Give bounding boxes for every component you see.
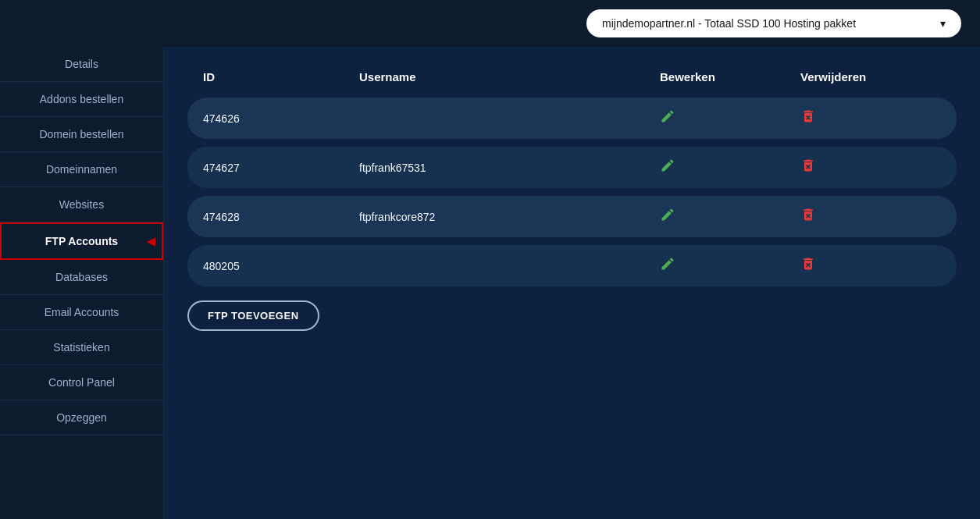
edit-icon[interactable] [660,256,675,275]
sidebar-item-label: Details [65,58,98,70]
table-row: 480205 [187,245,957,286]
edit-icon[interactable] [660,158,675,177]
table-header: ID Username Bewerken Verwijderen [187,62,957,91]
table-body: 474626 474627 ftpfrank67531 [187,98,957,286]
cell-edit [660,158,800,177]
add-button-container: FTP TOEVOEGEN [187,300,957,331]
cell-username: ftpfrank67531 [359,162,660,174]
col-header-id: ID [203,70,359,84]
sidebar-item-label: Domeinnamen [46,163,117,176]
delete-icon[interactable] [800,207,816,226]
sidebar-item-statistieken[interactable]: Statistieken [0,330,163,365]
sidebar-item-domeinnamen[interactable]: Domeinnamen [0,152,163,187]
sidebar-item-label: Control Panel [48,376,115,389]
cell-edit [660,108,800,128]
delete-icon[interactable] [800,158,816,177]
domain-selector[interactable]: mijndemopartner.nl - Totaal SSD 100 Host… [586,9,961,37]
sidebar-item-label: FTP Accounts [45,235,118,247]
table-row: 474627 ftpfrank67531 [187,147,957,188]
sidebar-item-label: Databases [55,271,108,283]
domain-selector-text: mijndemopartner.nl - Totaal SSD 100 Host… [602,17,856,30]
sidebar-item-label: Websites [59,198,104,211]
chevron-down-icon: ▾ [940,17,946,30]
cell-id: 480205 [203,260,359,272]
cell-edit [660,207,800,226]
col-header-delete: Verwijderen [800,70,941,84]
cell-delete [800,108,941,128]
delete-icon[interactable] [800,108,816,128]
sidebar-item-label: Addons bestellen [40,93,123,105]
sidebar-item-opzeggen[interactable]: Opzeggen [0,400,163,435]
cell-id: 474628 [203,211,359,223]
table-row: 474628 ftpfrankcore872 [187,196,957,237]
top-bar: mijndemopartner.nl - Totaal SSD 100 Host… [0,0,980,47]
add-ftp-button[interactable]: FTP TOEVOEGEN [187,300,319,331]
sidebar-item-domein-bestellen[interactable]: Domein bestellen [0,117,163,152]
col-header-edit: Bewerken [660,70,800,84]
cell-id: 474627 [203,162,359,174]
cell-delete [800,256,941,275]
main-layout: Details Addons bestellen Domein bestelle… [0,47,980,519]
cell-edit [660,256,800,275]
cell-id: 474626 [203,112,359,125]
cell-delete [800,158,941,177]
delete-icon[interactable] [800,256,816,275]
sidebar: Details Addons bestellen Domein bestelle… [0,47,164,519]
sidebar-item-label: Email Accounts [45,306,119,318]
sidebar-item-websites[interactable]: Websites [0,187,163,222]
sidebar-item-addons-bestellen[interactable]: Addons bestellen [0,82,163,117]
content-area: ID Username Bewerken Verwijderen 474626 [164,47,980,519]
sidebar-item-control-panel[interactable]: Control Panel [0,365,163,400]
table-row: 474626 [187,98,957,139]
sidebar-item-details[interactable]: Details [0,47,163,82]
edit-icon[interactable] [660,207,675,226]
sidebar-item-label: Opzeggen [56,411,107,424]
sidebar-item-email-accounts[interactable]: Email Accounts [0,295,163,330]
col-header-username: Username [359,70,660,84]
cell-username: ftpfrankcore872 [359,211,660,223]
sidebar-item-databases[interactable]: Databases [0,260,163,295]
sidebar-item-label: Domein bestellen [39,128,123,140]
sidebar-item-ftp-accounts[interactable]: FTP Accounts [0,222,163,260]
sidebar-item-label: Statistieken [53,341,109,354]
edit-icon[interactable] [660,108,675,128]
cell-delete [800,207,941,226]
